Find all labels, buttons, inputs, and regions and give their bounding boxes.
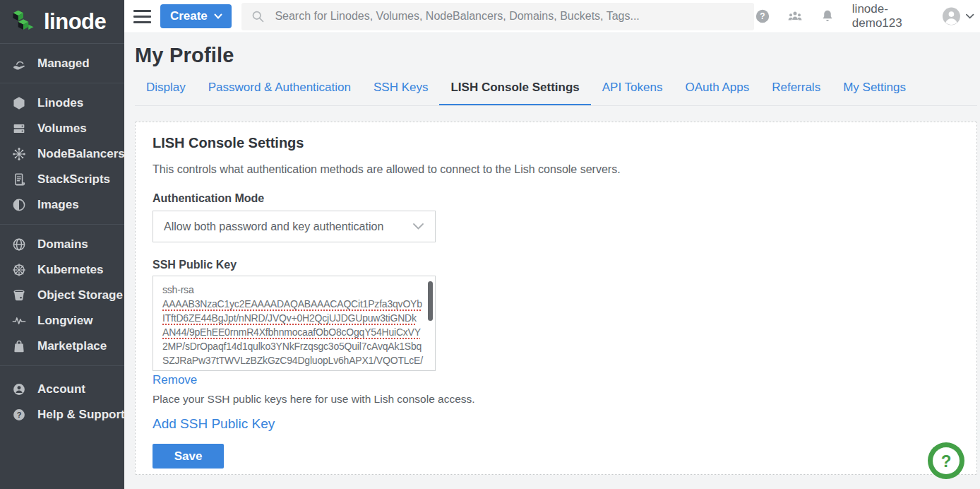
create-button[interactable]: Create bbox=[160, 4, 232, 28]
account-username[interactable]: linode-demo123 bbox=[852, 2, 935, 30]
remove-key-link[interactable]: Remove bbox=[153, 373, 197, 387]
tab-lish-console-settings[interactable]: LISH Console Settings bbox=[439, 81, 590, 105]
topbar-right: ? linode-demo123 bbox=[754, 2, 974, 30]
ssh-key-line: 2MP/sDrOpaqf14d1qulko3YNkFrzqsgc3o5Quil7… bbox=[162, 339, 421, 353]
sidebar-item-label: StackScripts bbox=[37, 172, 110, 187]
sidebar-item-kubernetes[interactable]: Kubernetes bbox=[0, 257, 124, 283]
marketplace-icon bbox=[11, 338, 28, 355]
panel-title: LISH Console Settings bbox=[153, 135, 960, 151]
search-input[interactable] bbox=[275, 10, 741, 23]
nav-group-account: Account ? Help & Support bbox=[0, 366, 124, 434]
sidebar-item-linodes[interactable]: Linodes bbox=[0, 90, 124, 116]
kubernetes-icon bbox=[11, 261, 28, 278]
sidebar-item-account[interactable]: Account bbox=[0, 377, 124, 402]
profile-tabs: Display Password & Authentication SSH Ke… bbox=[135, 81, 977, 106]
sidebar-item-stackscripts[interactable]: StackScripts bbox=[0, 167, 124, 192]
account-icon bbox=[11, 381, 28, 398]
sidebar-item-label: Linodes bbox=[37, 96, 83, 110]
save-button[interactable]: Save bbox=[153, 444, 224, 469]
help-chat-widget[interactable]: ? bbox=[927, 442, 965, 480]
linodes-icon bbox=[11, 95, 28, 112]
sidebar-item-label: Object Storage bbox=[37, 288, 123, 302]
panel-description: This controls what authentication method… bbox=[153, 163, 960, 176]
ssh-key-line: SZJRaPw37tTWVLzBZkGzC94DgluopLv6hAPX1/VQ… bbox=[162, 353, 421, 367]
sidebar-item-label: Volumes bbox=[37, 122, 87, 136]
sidebar-item-longview[interactable]: Longview bbox=[0, 308, 124, 334]
sidebar-item-label: Help & Support bbox=[37, 408, 125, 422]
linode-logo-icon bbox=[9, 8, 37, 35]
page-title: My Profile bbox=[135, 44, 977, 67]
svg-text:?: ? bbox=[941, 452, 952, 471]
ssh-key-helper-text: Place your SSH public keys here for use … bbox=[153, 393, 960, 406]
search-icon bbox=[251, 9, 265, 24]
add-ssh-key-link[interactable]: Add SSH Public Key bbox=[153, 416, 275, 432]
tab-my-settings[interactable]: My Settings bbox=[832, 81, 917, 105]
sidebar-item-help-support[interactable]: ? Help & Support bbox=[0, 402, 124, 428]
logo-text: linode bbox=[44, 9, 106, 35]
auth-mode-select[interactable]: Allow both password and key authenticati… bbox=[153, 211, 436, 242]
tab-display[interactable]: Display bbox=[135, 81, 197, 105]
menu-toggle-icon[interactable] bbox=[133, 10, 151, 23]
ssh-key-textarea[interactable]: ssh-rsa AAAAB3NzaC1yc2EAAAADAQABAAACAQCi… bbox=[153, 276, 436, 371]
sidebar: linode Managed Linodes Volumes Node bbox=[0, 0, 124, 489]
search-box bbox=[241, 3, 754, 30]
tab-password-authentication[interactable]: Password & Authentication bbox=[197, 81, 362, 105]
help-icon: ? bbox=[11, 406, 28, 423]
auth-mode-label: Authentication Mode bbox=[153, 192, 960, 205]
svg-text:?: ? bbox=[17, 411, 22, 419]
stackscripts-icon bbox=[11, 171, 28, 188]
linode-logo[interactable]: linode bbox=[0, 0, 124, 44]
ssh-key-line: AAAAB3NzaC1yc2EAAAADAQABAAACAQCit1Pzfa3q… bbox=[162, 297, 421, 311]
volumes-icon bbox=[11, 120, 28, 137]
nav-group-services: Domains Kubernetes Object Storage Longvi… bbox=[0, 225, 124, 366]
sidebar-item-label: Account bbox=[37, 382, 85, 396]
ssh-key-line: AN44/9pEhEE0rnmR4XfbhnmocaafObO8cOgqY54H… bbox=[162, 325, 421, 339]
community-icon[interactable] bbox=[786, 7, 804, 25]
nav-group-compute: Linodes Volumes NodeBalancers StackScrip… bbox=[0, 83, 124, 225]
sidebar-item-label: Managed bbox=[37, 57, 90, 71]
topbar: Create ? linode-demo123 bbox=[124, 0, 980, 33]
sidebar-item-label: Images bbox=[37, 198, 79, 212]
avatar[interactable] bbox=[942, 6, 961, 26]
chevron-down-icon bbox=[214, 13, 222, 20]
sidebar-item-label: Kubernetes bbox=[37, 263, 104, 277]
sidebar-item-marketplace[interactable]: Marketplace bbox=[0, 334, 124, 359]
sidebar-item-managed[interactable]: Managed bbox=[0, 51, 124, 76]
tab-oauth-apps[interactable]: OAuth Apps bbox=[674, 81, 760, 105]
ssh-key-line: ITftD6ZE44BgJpt/nNRD/JVQv+0H2QcjUJDGUpuw… bbox=[162, 311, 421, 325]
notifications-bell-icon[interactable] bbox=[819, 7, 837, 25]
auth-mode-value: Allow both password and key authenticati… bbox=[164, 220, 383, 233]
create-button-label: Create bbox=[170, 9, 208, 23]
nodebalancers-icon bbox=[11, 146, 28, 163]
tab-referrals[interactable]: Referrals bbox=[760, 81, 832, 105]
tab-ssh-keys[interactable]: SSH Keys bbox=[362, 81, 439, 105]
sidebar-item-volumes[interactable]: Volumes bbox=[0, 116, 124, 141]
tab-api-tokens[interactable]: API Tokens bbox=[591, 81, 674, 105]
domains-icon bbox=[11, 236, 28, 253]
sidebar-item-nodebalancers[interactable]: NodeBalancers bbox=[0, 141, 124, 167]
longview-icon bbox=[11, 312, 28, 329]
sidebar-item-object-storage[interactable]: Object Storage bbox=[0, 283, 124, 308]
svg-text:?: ? bbox=[760, 11, 765, 21]
sidebar-item-label: Longview bbox=[37, 314, 92, 328]
sidebar-item-images[interactable]: Images bbox=[0, 192, 124, 218]
help-circle-icon[interactable]: ? bbox=[754, 7, 772, 25]
textarea-scrollbar-thumb[interactable] bbox=[428, 281, 433, 321]
object-storage-icon bbox=[11, 287, 28, 304]
ssh-key-line: ssh-rsa bbox=[162, 283, 421, 297]
main-content: My Profile Display Password & Authentica… bbox=[124, 33, 980, 489]
sidebar-item-domains[interactable]: Domains bbox=[0, 232, 124, 257]
account-menu-chevron-icon[interactable] bbox=[965, 13, 974, 20]
ssh-key-label: SSH Public Key bbox=[153, 259, 960, 271]
nav-group-managed: Managed bbox=[0, 44, 124, 83]
select-chevron-icon bbox=[412, 223, 424, 230]
images-icon bbox=[11, 196, 28, 213]
managed-icon bbox=[11, 55, 28, 72]
lish-settings-panel: LISH Console Settings This controls what… bbox=[135, 122, 977, 475]
sidebar-item-label: NodeBalancers bbox=[37, 147, 125, 161]
sidebar-item-label: Domains bbox=[37, 237, 88, 252]
sidebar-item-label: Marketplace bbox=[37, 339, 107, 353]
